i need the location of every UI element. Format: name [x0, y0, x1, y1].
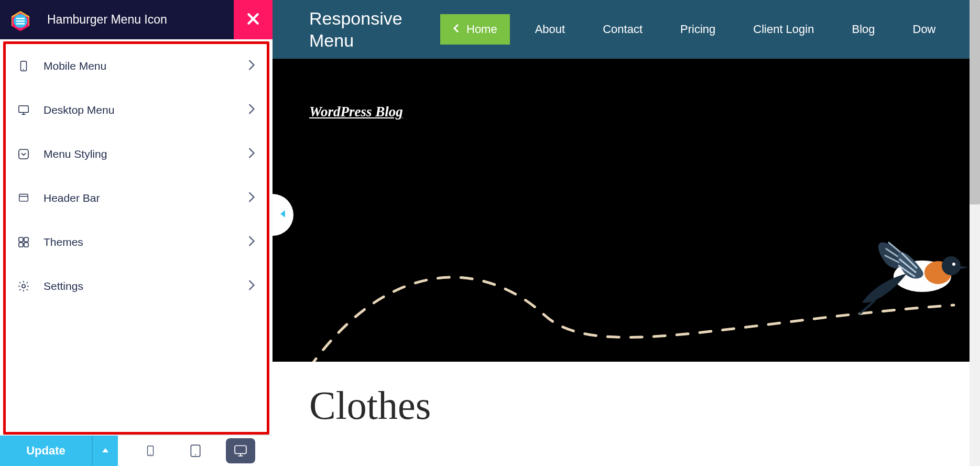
chevron-right-icon — [248, 59, 255, 73]
sidebar-item-label: Desktop Menu — [43, 104, 248, 116]
svg-rect-17 — [24, 243, 28, 247]
sidebar-item-menu-styling[interactable]: Menu Styling — [6, 132, 267, 176]
sidebar-item-themes[interactable]: Themes — [6, 220, 267, 264]
nav-item-pricing[interactable]: Pricing — [668, 14, 728, 45]
svg-point-30 — [942, 256, 961, 275]
main-nav: Home About Contact Pricing Client Login … — [440, 14, 959, 45]
svg-rect-11 — [19, 149, 28, 159]
nav-item-home[interactable]: Home — [440, 14, 510, 45]
sidebar-item-label: Settings — [43, 280, 248, 292]
nav-item-contact[interactable]: Contact — [590, 14, 655, 45]
brand-line2: Menu — [309, 30, 354, 50]
hero-section: WordPress Blog — [273, 59, 980, 362]
chevron-right-icon — [248, 103, 255, 117]
chevron-right-icon — [248, 279, 255, 293]
svg-marker-19 — [102, 448, 108, 452]
sidebar-header: Hamburger Menu Icon — [0, 0, 273, 39]
nav-item-client-login[interactable]: Client Login — [741, 14, 826, 45]
svg-rect-15 — [24, 237, 28, 242]
sidebar-item-label: Mobile Menu — [43, 60, 248, 72]
caret-up-icon — [101, 446, 110, 456]
themes-icon — [17, 236, 30, 248]
site-brand[interactable]: Responsive Menu — [309, 7, 430, 52]
svg-rect-12 — [19, 194, 28, 201]
device-mobile-button[interactable] — [136, 438, 165, 463]
chevron-right-icon — [248, 147, 255, 161]
chevron-left-icon — [453, 23, 459, 36]
svg-rect-16 — [19, 243, 23, 247]
hero-link[interactable]: WordPress Blog — [309, 104, 403, 120]
gear-icon — [17, 280, 30, 292]
mobile-icon — [17, 60, 30, 72]
caret-left-icon — [279, 209, 287, 221]
sidebar-title: Hamburger Menu Icon — [47, 13, 167, 27]
sidebar-item-header-bar[interactable]: Header Bar — [6, 176, 267, 220]
dropdown-icon — [17, 148, 30, 160]
svg-rect-5 — [16, 23, 25, 25]
nav-item-overflow-left[interactable]: Dow — [900, 14, 939, 45]
chevron-right-icon — [248, 191, 255, 205]
chevron-right-icon — [248, 235, 255, 249]
nav-item-about[interactable]: About — [522, 14, 578, 45]
sidebar-item-label: Header Bar — [43, 192, 248, 204]
device-switcher — [118, 436, 273, 466]
sidebar-item-desktop-menu[interactable]: Desktop Menu — [6, 88, 267, 132]
nav-item-blog[interactable]: Blog — [839, 14, 887, 45]
content-heading: Clothes — [309, 383, 980, 428]
update-button[interactable]: Update — [0, 436, 92, 466]
svg-rect-3 — [16, 18, 25, 19]
sidebar-menu: Mobile Menu Desktop Menu Menu Styling He… — [3, 41, 269, 435]
sidebar-item-settings[interactable]: Settings — [6, 264, 267, 308]
preview-site-header: Responsive Menu Home About Contact Prici… — [273, 0, 980, 59]
svg-marker-27 — [280, 210, 285, 218]
close-icon — [246, 12, 260, 28]
sidebar-item-label: Menu Styling — [43, 148, 248, 160]
close-button[interactable] — [234, 0, 273, 39]
svg-rect-4 — [16, 20, 25, 22]
svg-marker-32 — [959, 266, 968, 269]
scrollbar-thumb[interactable] — [970, 0, 980, 204]
settings-sidebar: Hamburger Menu Icon Mobile Menu Desktop … — [0, 0, 273, 466]
page-scrollbar[interactable] — [970, 0, 980, 466]
svg-point-18 — [22, 285, 25, 288]
bird-illustration — [859, 226, 970, 321]
svg-rect-8 — [19, 106, 28, 113]
preview-area: Responsive Menu Home About Contact Prici… — [273, 0, 980, 466]
app-logo-icon — [9, 9, 31, 31]
sidebar-item-mobile-menu[interactable]: Mobile Menu — [6, 44, 267, 88]
header-icon — [17, 192, 30, 204]
desktop-icon — [17, 104, 30, 116]
update-options-toggle[interactable] — [92, 436, 118, 466]
svg-point-31 — [952, 263, 955, 266]
device-desktop-button[interactable] — [226, 438, 255, 463]
sidebar-item-label: Themes — [43, 236, 248, 248]
device-tablet-button[interactable] — [181, 438, 210, 463]
brand-line1: Responsive — [309, 8, 402, 28]
svg-rect-14 — [19, 237, 23, 242]
nav-label: Home — [466, 23, 497, 36]
svg-rect-24 — [235, 446, 246, 453]
sidebar-footer: Update — [0, 435, 273, 466]
